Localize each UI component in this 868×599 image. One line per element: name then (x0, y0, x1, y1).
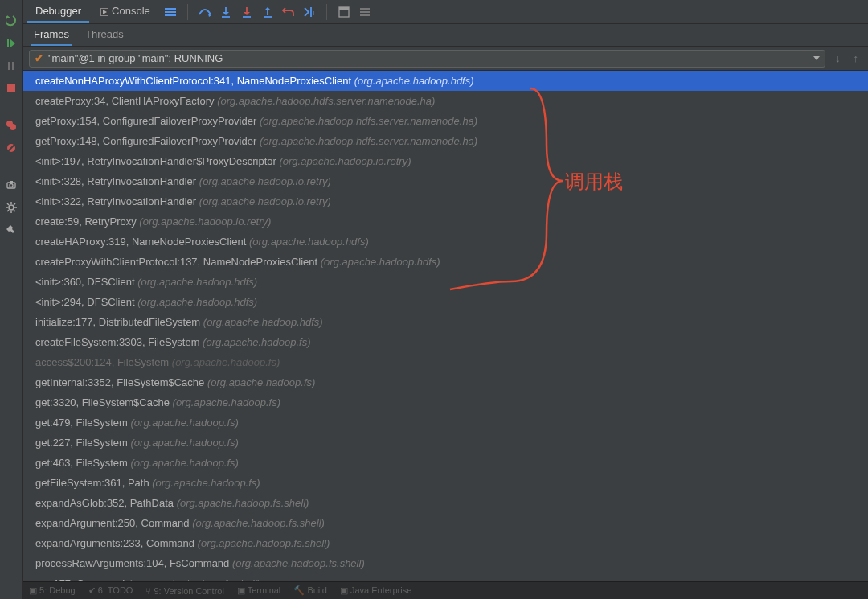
svg-rect-33 (360, 8, 370, 10)
drop-frame-icon[interactable] (280, 3, 297, 21)
step-into-icon[interactable] (217, 3, 235, 21)
svg-rect-0 (7, 39, 9, 47)
stack-frame[interactable]: run:177, Command (org.apache.hadoop.fs.s… (23, 573, 868, 581)
trace-current-stream-chain-icon[interactable] (356, 3, 374, 21)
svg-point-11 (9, 205, 14, 210)
status-terminal[interactable]: ▣ Terminal (237, 585, 280, 596)
pin-icon[interactable] (5, 224, 18, 236)
pause-icon[interactable] (5, 59, 18, 72)
stack-frame[interactable]: <init>:328, RetryInvocationHandler (org.… (23, 171, 868, 191)
chevron-down-icon (813, 56, 820, 60)
stack-frame[interactable]: expandArguments:233, Command (org.apache… (23, 533, 868, 553)
svg-rect-20 (165, 8, 176, 10)
threads-icon[interactable] (162, 3, 179, 21)
svg-point-5 (10, 124, 16, 130)
check-icon: ✔ (35, 52, 43, 64)
frame-package: (org.apache.hadoop.fs) (173, 396, 280, 408)
stack-frame[interactable]: getFileSystem:361, Path (org.apache.hado… (23, 473, 868, 493)
status-vcs[interactable]: ⑂ 9: Version Control (145, 586, 224, 596)
settings-icon[interactable] (5, 201, 18, 214)
force-step-into-icon[interactable] (238, 3, 256, 21)
mute-breakpoints-icon[interactable] (5, 142, 18, 154)
thread-selector-row: ✔ "main"@1 in group "main": RUNNING ↓ ↑ (23, 47, 868, 71)
svg-rect-22 (165, 14, 176, 16)
status-build[interactable]: 🔨 Build (293, 585, 327, 596)
frame-text: createFileSystem:3303, FileSystem (35, 336, 203, 348)
stack-frame[interactable]: getProxy:154, ConfiguredFailoverProxyPro… (23, 111, 868, 131)
stack-frame[interactable]: get:479, FileSystem (org.apache.hadoop.f… (23, 412, 868, 433)
svg-line-18 (7, 210, 9, 211)
frame-text: <init>:360, DFSClient (35, 276, 137, 288)
svg-rect-34 (360, 11, 370, 13)
svg-rect-10 (10, 181, 13, 183)
stack-frame[interactable]: createHAProxy:319, NameNodeProxiesClient… (23, 232, 868, 252)
stack-frame[interactable]: <init>:360, DFSClient (org.apache.hadoop… (23, 272, 868, 292)
frame-text: get:3320, FileSystem$Cache (35, 396, 173, 408)
step-out-icon[interactable] (259, 3, 276, 21)
stack-frame[interactable]: expandAsGlob:352, PathData (org.apache.h… (23, 493, 868, 513)
stack-frame[interactable]: createProxy:34, ClientHAProxyFactory (or… (23, 91, 868, 111)
frame-text: createProxyWithClientProtocol:137, NameN… (35, 256, 321, 268)
stack-frame[interactable]: create:59, RetryProxy (org.apache.hadoop… (23, 211, 868, 232)
frame-text: getInternal:3352, FileSystem$Cache (35, 376, 207, 388)
resume-icon[interactable] (5, 37, 18, 50)
frame-text: <init>:197, RetryInvocationHandler$Proxy… (35, 155, 279, 167)
thread-dropdown[interactable]: ✔ "main"@1 in group "main": RUNNING (29, 50, 825, 68)
stack-frame[interactable]: expandArgument:250, Command (org.apache.… (23, 513, 868, 533)
run-to-cursor-icon[interactable]: I (301, 3, 318, 21)
stack-frame[interactable]: processRawArguments:104, FsCommand (org.… (23, 553, 868, 573)
subtab-frames[interactable]: Frames (31, 24, 72, 46)
evaluate-expression-icon[interactable] (335, 3, 353, 21)
stack-frame[interactable]: initialize:177, DistributedFileSystem (o… (23, 312, 868, 332)
frame-package: (org.apache.hadoop.fs) (131, 437, 239, 449)
status-jee[interactable]: ▣ Java Enterprise (340, 585, 412, 596)
prev-frame-stack-icon[interactable]: ↓ (832, 52, 844, 64)
subtab-threads[interactable]: Threads (82, 24, 127, 46)
frame-package: (org.apache.hadoop.fs) (207, 376, 315, 388)
frame-package: (org.apache.hadoop.fs) (152, 477, 260, 489)
status-debug[interactable]: ▣ 5: Debug (29, 585, 76, 596)
stack-frame[interactable]: <init>:197, RetryInvocationHandler$Proxy… (23, 151, 868, 171)
get-thread-dump-icon[interactable] (5, 178, 18, 191)
view-breakpoints-icon[interactable] (5, 119, 18, 132)
step-over-icon[interactable] (196, 3, 214, 21)
frame-text: <init>:294, DFSClient (35, 296, 137, 308)
rerun-icon[interactable] (5, 14, 18, 27)
frame-text: initialize:177, DistributedFileSystem (35, 316, 203, 328)
stack-frame[interactable]: get:227, FileSystem (org.apache.hadoop.f… (23, 433, 868, 453)
stack-frame[interactable]: createProxyWithClientProtocol:137, NameN… (23, 252, 868, 272)
frame-package: (org.apache.hadoop.hdfs.server.namenode.… (260, 115, 477, 127)
stack-frame[interactable]: access$200:124, FileSystem (org.apache.h… (23, 352, 868, 372)
frame-package: (org.apache.hadoop.hdfs) (203, 316, 323, 328)
stack-frame[interactable]: <init>:322, RetryInvocationHandler (org.… (23, 191, 868, 211)
tab-console[interactable]: Console (92, 1, 158, 23)
stack-frame[interactable]: get:463, FileSystem (org.apache.hadoop.f… (23, 453, 868, 473)
stack-frame[interactable]: createNonHAProxyWithClientProtocol:341, … (23, 71, 868, 91)
frame-package: (org.apache.hadoop.io.retry) (279, 155, 411, 167)
stack-frame[interactable]: <init>:294, DFSClient (org.apache.hadoop… (23, 292, 868, 312)
frame-package: (org.apache.hadoop.fs.shell) (192, 517, 325, 529)
stop-icon[interactable] (5, 82, 18, 95)
debugger-main: Debugger Console I Frames Threads ✔ "mai… (23, 0, 868, 599)
svg-rect-1 (8, 62, 10, 70)
stack-frame[interactable]: getInternal:3352, FileSystem$Cache (org.… (23, 372, 868, 392)
stack-frame[interactable]: get:3320, FileSystem$Cache (org.apache.h… (23, 392, 868, 412)
frame-text: createHAProxy:319, NameNodeProxiesClient (35, 236, 249, 248)
thread-label: "main"@1 in group "main": RUNNING (48, 52, 223, 64)
frame-text: createProxy:34, ClientHAProxyFactory (35, 95, 217, 107)
frame-package: (org.apache.hadoop.hdfs) (249, 236, 369, 248)
stack-frame[interactable]: getProxy:148, ConfiguredFailoverProxyPro… (23, 131, 868, 151)
frame-text: expandArgument:250, Command (35, 517, 192, 529)
frame-text: get:463, FileSystem (35, 457, 131, 469)
tab-console-label: Console (112, 5, 150, 17)
status-todo[interactable]: ✔ 6: TODO (88, 585, 133, 596)
frame-text: getProxy:154, ConfiguredFailoverProxyPro… (35, 115, 260, 127)
stack-frame[interactable]: createFileSystem:3303, FileSystem (org.a… (23, 332, 868, 352)
frame-package: (org.apache.hadoop.hdfs) (354, 75, 474, 87)
frame-text: getProxy:148, ConfiguredFailoverProxyPro… (35, 135, 260, 147)
frame-package: (org.apache.hadoop.fs.shell) (177, 497, 309, 509)
frame-text: getFileSystem:361, Path (35, 477, 152, 489)
tab-debugger[interactable]: Debugger (27, 1, 89, 23)
next-frame-stack-icon[interactable]: ↑ (850, 52, 862, 64)
frames-panel[interactable]: createNonHAProxyWithClientProtocol:341, … (23, 71, 868, 581)
